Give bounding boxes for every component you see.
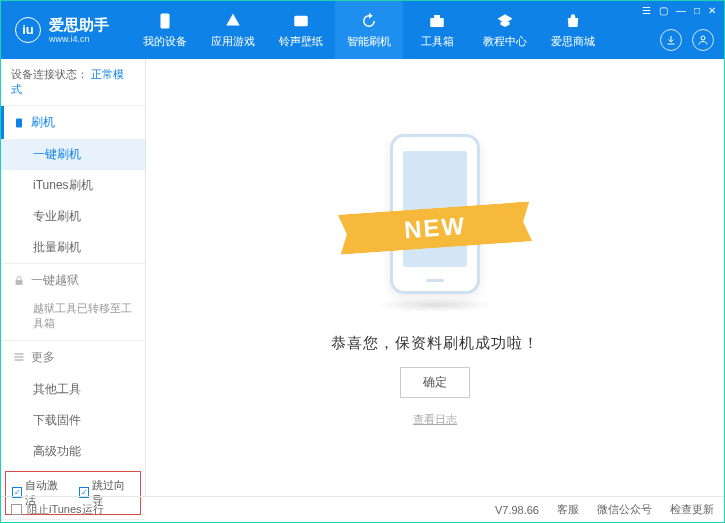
- nav-app-games[interactable]: 应用游戏: [199, 1, 267, 59]
- sidebar-item-itunes-flash[interactable]: iTunes刷机: [1, 170, 145, 201]
- svg-rect-3: [434, 15, 440, 18]
- status-bar: 阻止iTunes运行 V7.98.66 客服 微信公众号 检查更新: [1, 496, 724, 522]
- app-window: iu 爱思助手 www.i4.cn 我的设备 应用游戏 铃声壁纸 智能刷机 工具…: [0, 0, 725, 523]
- apps-icon: [224, 12, 242, 30]
- svg-rect-6: [16, 280, 23, 285]
- svg-rect-7: [15, 354, 24, 355]
- logo: iu 爱思助手 www.i4.cn: [1, 16, 123, 45]
- sidebar-item-one-key-flash[interactable]: 一键刷机: [1, 139, 145, 170]
- list-icon: [13, 351, 25, 363]
- body: 设备连接状态： 正常模式 刷机 一键刷机 iTunes刷机 专业刷机 批量刷机 …: [1, 59, 724, 496]
- download-button[interactable]: [660, 29, 682, 51]
- refresh-icon: [360, 12, 378, 30]
- logo-icon: iu: [15, 17, 41, 43]
- shadow: [375, 298, 495, 312]
- sidebar-item-batch-flash[interactable]: 批量刷机: [1, 232, 145, 263]
- graduation-icon: [496, 12, 514, 30]
- success-illustration: NEW: [345, 128, 525, 308]
- section-jailbreak-header[interactable]: 一键越狱: [1, 264, 145, 297]
- sidebar: 设备连接状态： 正常模式 刷机 一键刷机 iTunes刷机 专业刷机 批量刷机 …: [1, 59, 146, 496]
- svg-rect-8: [15, 357, 24, 358]
- phone-icon: [156, 12, 174, 30]
- svg-point-4: [701, 36, 705, 40]
- close-button[interactable]: ✕: [708, 5, 716, 16]
- section-more-header[interactable]: 更多: [1, 341, 145, 374]
- skin-icon[interactable]: ▢: [659, 5, 668, 16]
- wechat-link[interactable]: 微信公众号: [597, 502, 652, 517]
- nav-smart-flash[interactable]: 智能刷机: [335, 1, 403, 59]
- nav-tutorial[interactable]: 教程中心: [471, 1, 539, 59]
- section-more: 更多 其他工具 下载固件 高级功能: [1, 340, 145, 467]
- main-pane: NEW 恭喜您，保资料刷机成功啦！ 确定 查看日志: [146, 59, 724, 496]
- connection-status: 设备连接状态： 正常模式: [1, 59, 145, 105]
- title-bar: iu 爱思助手 www.i4.cn 我的设备 应用游戏 铃声壁纸 智能刷机 工具…: [1, 1, 724, 59]
- app-url: www.i4.cn: [49, 34, 109, 45]
- sidebar-item-pro-flash[interactable]: 专业刷机: [1, 201, 145, 232]
- checkbox-block-itunes[interactable]: 阻止iTunes运行: [11, 502, 104, 517]
- toolbox-icon: [428, 12, 446, 30]
- bag-icon: [564, 12, 582, 30]
- sidebar-item-download-firmware[interactable]: 下载固件: [1, 405, 145, 436]
- user-button[interactable]: [692, 29, 714, 51]
- confirm-button[interactable]: 确定: [400, 367, 470, 398]
- header-actions: [660, 29, 714, 51]
- nav-my-device[interactable]: 我的设备: [131, 1, 199, 59]
- svg-rect-5: [16, 118, 22, 127]
- view-log-link[interactable]: 查看日志: [413, 412, 457, 427]
- lock-icon: [13, 275, 25, 287]
- checkbox-icon: [11, 504, 22, 515]
- user-icon: [697, 34, 709, 46]
- svg-rect-0: [161, 13, 170, 28]
- sidebar-item-other-tools[interactable]: 其他工具: [1, 374, 145, 405]
- version-label: V7.98.66: [495, 504, 539, 516]
- minimize-button[interactable]: —: [676, 5, 686, 16]
- svg-rect-1: [294, 15, 308, 26]
- sidebar-item-advanced[interactable]: 高级功能: [1, 436, 145, 467]
- window-controls: ☰ ▢ — □ ✕: [642, 5, 716, 16]
- check-update-link[interactable]: 检查更新: [670, 502, 714, 517]
- phone-flash-icon: [13, 117, 25, 129]
- new-ribbon: NEW: [338, 201, 532, 254]
- success-message: 恭喜您，保资料刷机成功啦！: [331, 334, 539, 353]
- section-flash: 刷机 一键刷机 iTunes刷机 专业刷机 批量刷机: [1, 105, 145, 263]
- app-name: 爱思助手: [49, 16, 109, 34]
- settings-icon[interactable]: ☰: [642, 5, 651, 16]
- folder-icon: [292, 12, 310, 30]
- nav-toolbox[interactable]: 工具箱: [403, 1, 471, 59]
- jailbreak-note: 越狱工具已转移至工具箱: [1, 297, 145, 340]
- download-icon: [665, 34, 677, 46]
- support-link[interactable]: 客服: [557, 502, 579, 517]
- nav-ringtone-wallpaper[interactable]: 铃声壁纸: [267, 1, 335, 59]
- maximize-button[interactable]: □: [694, 5, 700, 16]
- svg-rect-2: [430, 18, 444, 27]
- svg-rect-9: [15, 360, 24, 361]
- logo-text: 爱思助手 www.i4.cn: [49, 16, 109, 45]
- section-jailbreak: 一键越狱 越狱工具已转移至工具箱: [1, 263, 145, 340]
- nav-store[interactable]: 爱思商城: [539, 1, 607, 59]
- section-flash-header[interactable]: 刷机: [1, 106, 145, 139]
- main-nav: 我的设备 应用游戏 铃声壁纸 智能刷机 工具箱 教程中心 爱思商城: [131, 1, 607, 59]
